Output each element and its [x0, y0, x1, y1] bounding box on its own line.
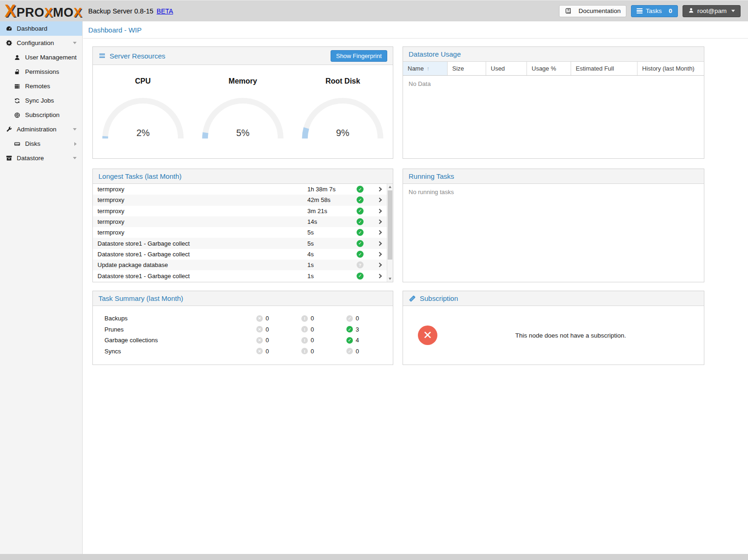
- user-menu-button[interactable]: root@pam: [683, 5, 741, 17]
- server-resources-header: Server Resources Show Fingerprint: [93, 47, 393, 65]
- sidebar-item-sync-jobs[interactable]: Sync Jobs: [0, 93, 82, 108]
- gauge-value-text: 5%: [236, 128, 250, 138]
- scrollbar[interactable]: [387, 184, 393, 282]
- task-row[interactable]: Datastore store1 - Garbage collect 1s: [93, 270, 393, 281]
- sync-icon: [13, 98, 21, 104]
- sidebar-item-dashboard[interactable]: Dashboard: [0, 21, 82, 36]
- tasks-count-badge: 0: [669, 7, 672, 14]
- sidebar-item-remotes[interactable]: Remotes: [0, 79, 82, 93]
- show-fingerprint-button[interactable]: Show Fingerprint: [331, 50, 387, 62]
- error-count-icon: [256, 326, 263, 332]
- chevron-right-icon[interactable]: [373, 253, 385, 256]
- datastore-usage-header: Datastore Usage: [403, 47, 704, 62]
- caret-right-icon[interactable]: [74, 142, 77, 146]
- sidebar-item-disks[interactable]: Disks: [0, 137, 82, 151]
- ok-count-icon: [346, 348, 353, 354]
- sidebar-item-configuration[interactable]: Configuration: [0, 36, 82, 50]
- sidebar-item-label: Subscription: [25, 111, 59, 118]
- task-row[interactable]: termproxy 1h 38m 7s: [93, 184, 393, 195]
- sidebar-item-label: Disks: [25, 140, 40, 147]
- task-row[interactable]: termproxy 42m 58s: [93, 195, 393, 205]
- warning-count-icon: [301, 315, 308, 322]
- chevron-right-icon[interactable]: [373, 209, 385, 213]
- cpu-gauge: CPU 2%: [93, 65, 193, 158]
- longest-tasks-header: Longest Tasks (last Month): [93, 169, 393, 184]
- gauge-value-text: 2%: [136, 128, 150, 138]
- chevron-right-icon[interactable]: [373, 231, 385, 234]
- ok-count-icon: [346, 315, 353, 322]
- task-status-icon: [357, 240, 364, 247]
- warning-count-icon: [301, 326, 308, 332]
- chevron-right-icon[interactable]: [373, 198, 385, 202]
- task-status-icon: [357, 208, 364, 215]
- column-header-estimated-full[interactable]: Estimated Full: [571, 62, 637, 75]
- chevron-right-icon[interactable]: [373, 263, 385, 267]
- task-row[interactable]: Datastore store1 - Garbage collect 5s: [93, 238, 393, 248]
- task-summary-panel: Task Summary (last Month) Backups 0 0 0 …: [92, 291, 393, 365]
- scrollbar-thumb[interactable]: [388, 190, 392, 260]
- sidebar-item-label: Permissions: [25, 68, 59, 75]
- caret-down-icon[interactable]: [73, 157, 77, 159]
- hard-disk-icon: [13, 141, 21, 147]
- task-row[interactable]: Datastore store1 - Garbage collect 4s: [93, 249, 393, 260]
- column-header-used[interactable]: Used: [486, 62, 527, 75]
- running-tasks-header: Running Tasks: [403, 169, 704, 184]
- caret-down-icon[interactable]: [73, 42, 77, 44]
- beta-link[interactable]: BETA: [156, 7, 173, 15]
- summary-row: Backups 0 0 0: [93, 313, 393, 324]
- task-status-icon: [357, 196, 364, 203]
- sidebar-item-administration[interactable]: Administration: [0, 122, 82, 137]
- server-stack-icon: [13, 83, 21, 90]
- tasks-button[interactable]: Tasks 0: [631, 5, 678, 17]
- sort-ascending-icon: ↑: [427, 65, 429, 72]
- sidebar-item-subscription[interactable]: Subscription: [0, 108, 82, 122]
- task-list-icon: [637, 8, 643, 13]
- panel-title: Running Tasks: [409, 172, 454, 180]
- no-running-tasks-text: No running tasks: [403, 184, 704, 200]
- column-header-usage-pct[interactable]: Usage %: [527, 62, 571, 75]
- caret-down-icon[interactable]: [73, 128, 77, 130]
- archive-icon: [5, 155, 13, 162]
- task-status-icon: [357, 218, 364, 225]
- tasks-label: Tasks: [646, 7, 662, 14]
- task-row[interactable]: termproxy 14s: [93, 216, 393, 227]
- unlock-icon: [13, 69, 21, 75]
- task-status-icon: [357, 186, 364, 193]
- page-title: Dashboard - WIP: [88, 26, 142, 34]
- sidebar: Dashboard Configuration User Management …: [0, 21, 83, 554]
- scroll-down-button[interactable]: [387, 276, 393, 282]
- task-row[interactable]: termproxy 3m 21s: [93, 206, 393, 216]
- chevron-right-icon[interactable]: [373, 242, 385, 245]
- task-row[interactable]: Update package database 1s: [93, 260, 393, 270]
- summary-row: Prunes 0 0 3: [93, 324, 393, 335]
- sidebar-item-label: Dashboard: [17, 25, 47, 32]
- sidebar-item-datastore[interactable]: Datastore: [0, 151, 82, 165]
- column-header-size[interactable]: Size: [448, 62, 486, 75]
- documentation-button[interactable]: Documentation: [559, 5, 626, 17]
- column-header-name[interactable]: Name ↑: [403, 62, 448, 75]
- chevron-right-icon[interactable]: [373, 220, 385, 223]
- column-header-history[interactable]: History (last Month): [637, 62, 704, 75]
- panel-title: Longest Tasks (last Month): [98, 172, 182, 180]
- error-count-icon: [256, 315, 263, 322]
- sidebar-item-label: Datastore: [17, 155, 44, 162]
- task-row[interactable]: termproxy 5s: [93, 227, 393, 238]
- top-header: XPROXMOX Backup Server 0.8-15 BETA Docum…: [0, 0, 748, 21]
- main-area: Dashboard - WIP Server Resources Show Fi…: [83, 21, 748, 554]
- error-count-icon: [256, 337, 263, 344]
- subscription-message: This node does not have a subscription.: [437, 332, 704, 339]
- chevron-right-icon[interactable]: [373, 188, 385, 191]
- scroll-up-button[interactable]: [387, 184, 393, 190]
- summary-row: Garbage collections 0 0 4: [93, 335, 393, 346]
- gauge-label: Root Disk: [325, 77, 360, 85]
- warning-count-icon: [301, 348, 308, 354]
- server-resources-panel: Server Resources Show Fingerprint CPU 2%: [92, 46, 393, 159]
- gauge-label: CPU: [135, 77, 151, 85]
- sidebar-item-permissions[interactable]: Permissions: [0, 65, 82, 79]
- chevron-right-icon[interactable]: [373, 274, 385, 278]
- root-disk-gauge: Root Disk 9%: [293, 65, 393, 158]
- task-status-icon: [357, 261, 364, 268]
- content-title-bar: Dashboard - WIP: [83, 21, 748, 39]
- sidebar-item-user-management[interactable]: User Management: [0, 50, 82, 65]
- documentation-label: Documentation: [579, 7, 621, 14]
